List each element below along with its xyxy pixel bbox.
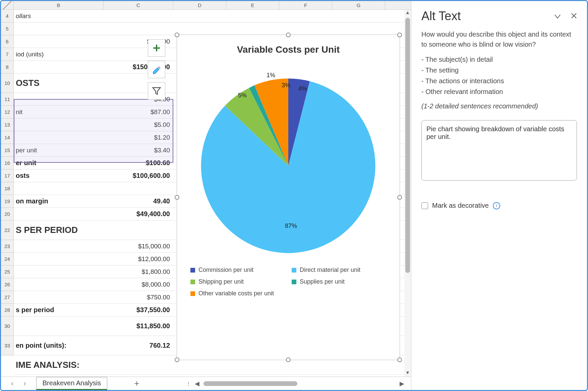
section-heading[interactable]: IME ANALYSIS: <box>14 360 104 370</box>
row-header[interactable]: 22 <box>1 221 13 240</box>
row-header[interactable]: 26 <box>1 278 13 291</box>
cell[interactable]: $750.00 <box>104 294 173 301</box>
row-header[interactable]: 14 <box>1 131 13 144</box>
row-header[interactable]: 19 <box>1 195 13 208</box>
col-header-d[interactable]: D <box>173 1 226 9</box>
cell[interactable]: en point (units): <box>14 342 104 349</box>
cell[interactable]: $12,000.00 <box>104 255 173 263</box>
cell[interactable]: $1.20 <box>104 134 173 141</box>
sheet-tab-active[interactable]: Breakeven Analysis <box>36 377 108 390</box>
cell[interactable]: $3.40 <box>104 147 173 154</box>
mark-decorative-checkbox[interactable] <box>421 202 428 209</box>
resize-handle[interactable] <box>397 195 402 200</box>
scroll-down-arrow-icon[interactable]: ▼ <box>404 370 411 377</box>
cell[interactable]: $100.60 <box>104 159 173 167</box>
hscroll-thumb[interactable] <box>203 381 297 386</box>
pie-plot-area[interactable]: 4% 87% 5% 1% 3% <box>194 72 382 260</box>
cell[interactable]: iod (units) <box>14 51 104 58</box>
alt-text-textarea[interactable] <box>421 120 577 181</box>
cell[interactable]: on margin <box>14 197 104 205</box>
col-header-e[interactable]: E <box>226 1 279 9</box>
row-header[interactable]: 5 <box>1 22 13 35</box>
resize-handle[interactable] <box>286 33 291 37</box>
info-icon[interactable]: i <box>493 202 500 209</box>
resize-handle[interactable] <box>286 357 291 362</box>
cell[interactable]: $8,000.00 <box>104 281 173 288</box>
cell[interactable]: $11,850.00 <box>104 322 173 330</box>
mark-decorative-row[interactable]: Mark as decorative i <box>421 202 577 209</box>
row-header[interactable]: 13 <box>1 118 13 131</box>
horizontal-scrollbar[interactable]: ⋮ ◀ ▶ <box>179 380 411 387</box>
resize-handle[interactable] <box>397 357 402 362</box>
col-header-f[interactable]: F <box>279 1 332 9</box>
scroll-left-arrow-icon[interactable]: ◀ <box>195 380 199 387</box>
cell[interactable]: osts <box>14 172 104 180</box>
section-heading[interactable]: OSTS <box>14 78 104 88</box>
cell[interactable]: $1,800.00 <box>104 268 173 276</box>
pie-chart-object[interactable]: Variable Costs per Unit <box>177 35 400 360</box>
cell[interactable]: s per period <box>14 306 104 314</box>
row-header[interactable]: 25 <box>1 265 13 278</box>
row-header[interactable]: 11 <box>1 93 13 106</box>
row-header[interactable]: 23 <box>1 240 13 253</box>
chart-styles-button[interactable] <box>148 61 165 78</box>
cell[interactable]: ollars <box>14 12 104 20</box>
row-header[interactable]: 4 <box>1 10 13 22</box>
col-header-c[interactable]: C <box>104 1 173 9</box>
cell[interactable]: $100,600.00 <box>104 172 173 180</box>
chart-legend[interactable]: Commission per unit Direct material per … <box>177 260 400 304</box>
alt-text-recommend: (1-2 detailed sentences recommended) <box>421 102 577 110</box>
row-header[interactable]: 27 <box>1 291 13 304</box>
legend-swatch-icon <box>292 268 296 273</box>
row-header[interactable]: 7 <box>1 48 13 61</box>
col-header-b[interactable]: B <box>14 1 104 9</box>
row-header[interactable]: 10 <box>1 74 13 93</box>
vertical-scrollbar[interactable]: ▲ ▼ <box>404 10 411 377</box>
legend-swatch-icon <box>190 291 195 296</box>
pane-close-button[interactable] <box>571 11 577 21</box>
scroll-thumb[interactable] <box>405 18 410 273</box>
row-header[interactable]: 28 <box>1 304 13 316</box>
row-header[interactable]: 17 <box>1 169 13 182</box>
pane-collapse-button[interactable] <box>554 11 561 21</box>
resize-handle[interactable] <box>175 195 179 200</box>
row-header[interactable]: 30 <box>1 316 13 336</box>
row-header[interactable]: 12 <box>1 106 13 118</box>
cell[interactable]: per unit <box>14 147 104 154</box>
legend-swatch-icon <box>190 280 195 284</box>
alt-text-pane: Alt Text How would you describe this obj… <box>411 1 587 390</box>
cell[interactable]: er unit <box>14 159 104 167</box>
add-sheet-button[interactable]: + <box>134 378 139 389</box>
tabs-menu-icon[interactable]: ⋮ <box>186 381 191 386</box>
scroll-right-arrow-icon[interactable]: ▶ <box>400 380 404 387</box>
resize-handle[interactable] <box>175 33 179 37</box>
row-header[interactable]: 24 <box>1 253 13 265</box>
row-header[interactable]: 18 <box>1 182 13 195</box>
cell[interactable]: $5.00 <box>104 121 173 129</box>
row-header[interactable]: 6 <box>1 35 13 48</box>
cell[interactable]: $87.00 <box>104 108 173 116</box>
resize-handle[interactable] <box>397 33 402 37</box>
row-header[interactable]: 16 <box>1 157 13 169</box>
row-header[interactable]: 33 <box>1 336 13 355</box>
section-heading[interactable]: S PER PERIOD <box>14 225 104 235</box>
cell[interactable]: $49,400.00 <box>104 210 173 218</box>
chart-filters-button[interactable] <box>148 82 165 100</box>
chart-title[interactable]: Variable Costs per Unit <box>177 44 400 55</box>
select-all-corner[interactable] <box>1 1 14 9</box>
row-header[interactable]: 15 <box>1 144 13 157</box>
next-sheet-button[interactable]: › <box>23 379 26 388</box>
resize-handle[interactable] <box>175 357 179 362</box>
prev-sheet-button[interactable]: ‹ <box>11 379 13 388</box>
chart-elements-button[interactable] <box>148 39 165 57</box>
cell[interactable]: $15,000.00 <box>104 243 173 250</box>
cell[interactable]: 49.40 <box>104 197 173 205</box>
cell[interactable]: nit <box>14 108 104 116</box>
grid-body[interactable]: 4 5 6 7 8 10 11 12 13 14 15 16 17 18 19 … <box>1 10 411 377</box>
cell[interactable]: $37,550.00 <box>104 306 173 314</box>
scroll-up-arrow-icon[interactable]: ▲ <box>404 10 411 16</box>
row-header[interactable]: 8 <box>1 61 13 74</box>
col-header-g[interactable]: G <box>332 1 385 9</box>
row-header[interactable]: 20 <box>1 208 13 221</box>
cell[interactable]: 760.12 <box>104 342 173 349</box>
